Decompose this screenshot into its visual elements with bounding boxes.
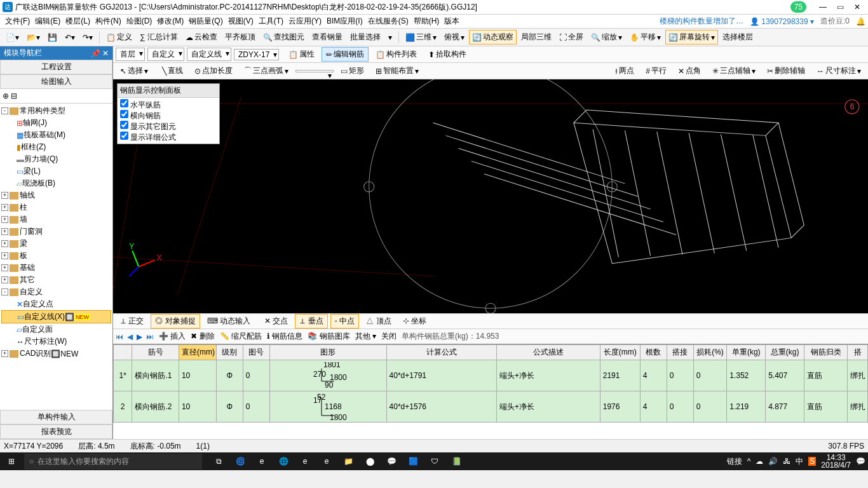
findelem-button[interactable]: 🔍 查找图元 [260, 30, 308, 44]
app-icon[interactable]: 🌀 [233, 454, 248, 469]
browser-icon[interactable]: 🌐 [276, 454, 291, 469]
menu-cloud[interactable]: 云应用(Y) [286, 15, 324, 28]
overlook-button[interactable]: 俯视 ▾ [441, 30, 468, 44]
tray-iot-icon[interactable]: ☁ [756, 457, 763, 466]
flatroof-button[interactable]: 平齐板顶 [222, 30, 259, 44]
steellib-button[interactable]: 📚 钢筋图库 [308, 331, 349, 342]
props-button[interactable]: 📋 属性 [284, 47, 319, 62]
zoom-button[interactable]: 🔍 缩放 ▾ [588, 30, 625, 44]
tree-node-custom-line[interactable]: ▭ 自定义线(X)🔲NEW [1, 310, 111, 323]
tab-project-settings[interactable]: 工程设置 [0, 60, 112, 74]
fullscreen-button[interactable]: ⛶ 全屏 [556, 30, 587, 44]
selfloor-button[interactable]: 选择楼层 [719, 30, 756, 44]
osnap-toggle[interactable]: ◎ 对象捕捉 [151, 314, 200, 329]
delaux-button[interactable]: ✂ 删除辅轴 [763, 64, 810, 78]
rebar-table[interactable]: 筋号直径(mm)级别图号图形计算公式公式描述长度(mm)根数搭接损耗(%)单重(… [113, 344, 868, 439]
ie-icon[interactable]: e [319, 454, 334, 469]
dropdown-icon[interactable]: ▾ [385, 31, 395, 44]
menu-component[interactable]: 构件(N) [93, 15, 124, 28]
apex-snap[interactable]: △ 顶点 [362, 314, 395, 329]
user-id[interactable]: 👤 13907298339 ▾ [750, 17, 814, 26]
bell-icon[interactable]: 🔔 [856, 17, 865, 26]
undo-button[interactable]: ↶▾ [62, 31, 78, 44]
zdyx-combo[interactable]: ZDYX-17 [234, 49, 279, 60]
open-button[interactable]: 📂▾ [24, 31, 43, 44]
menu-file[interactable]: 文件(F) [3, 15, 32, 28]
app3-icon[interactable]: 🟦 [405, 454, 421, 469]
excel-icon[interactable]: 📗 [449, 454, 464, 469]
tab-draw-input[interactable]: 绘图输入 [0, 74, 112, 89]
app2-icon[interactable]: 💬 [384, 454, 399, 469]
customline-combo[interactable]: 自定义线 [187, 48, 231, 61]
elemlist-button[interactable]: 📋 构件列表 [371, 47, 421, 62]
close-button-bar[interactable]: 关闭 [381, 331, 397, 342]
expand-all-icon[interactable]: ⊕ [3, 92, 9, 100]
redo-button[interactable]: ↷▾ [79, 31, 96, 44]
batchsel-button[interactable]: 批量选择 [347, 30, 384, 44]
tab-single-input[interactable]: 单构件输入 [0, 410, 112, 424]
perp-snap[interactable]: ⊥ 垂点 [295, 314, 327, 329]
task-view-icon[interactable]: ⧉ [211, 454, 226, 469]
windows-taskbar[interactable]: ⊞ ○ 在这里输入你要搜索的内容 ⧉ 🌀 e 🌐 e e 📁 ⬤ 💬 🟦 🛡 📗… [0, 452, 868, 470]
menu-help[interactable]: 帮助(H) [411, 15, 442, 28]
menu-online[interactable]: 在线服务(S) [365, 15, 411, 28]
check-transverse[interactable]: 横向钢筋 [120, 110, 217, 121]
edge-legacy-icon[interactable]: e [297, 454, 313, 469]
menu-edit[interactable]: 编辑(E) [32, 15, 63, 28]
steelinfo-button[interactable]: ℹ 钢筋信息 [267, 331, 302, 342]
arc3-button[interactable]: ⌒ 三点画弧 ▾ [240, 64, 293, 78]
coord-snap[interactable]: ⊹ 坐标 [398, 314, 431, 329]
menu-version[interactable]: 版本 [442, 15, 462, 28]
addlen-button[interactable]: ⊙ 点加长度 [190, 64, 237, 78]
link-label[interactable]: 链接 [727, 456, 742, 467]
view3d-button[interactable]: 🟦 三维 ▾ [402, 30, 440, 44]
dynview-button[interactable]: 🔄 动态观察 [469, 30, 517, 44]
insert-button[interactable]: ➕ 插入 [159, 331, 186, 342]
define-button[interactable]: 📋 定义 [103, 30, 135, 44]
tray-up-icon[interactable]: ^ [747, 457, 751, 466]
delete-button[interactable]: ✖ 删除 [191, 331, 214, 342]
custom-combo[interactable]: 自定义 [147, 48, 184, 61]
table-row[interactable]: 2横向钢筋.210Φ0 521711681800 40*d+1576端头+净长1… [114, 391, 868, 423]
dimmark-button[interactable]: ↔ 尺寸标注 ▾ [812, 64, 865, 78]
table-row[interactable]: 1*横向钢筋.110Φ0 1801270901800 40*d+1791端头+净… [114, 360, 868, 391]
tray-net-icon[interactable]: 🖧 [783, 457, 790, 466]
taskbar-search[interactable]: ○ 在这里输入你要搜索的内容 [24, 454, 202, 470]
tray-vol-icon[interactable]: 🔊 [768, 457, 778, 466]
screenrot-button[interactable]: 🔄 屏幕旋转 ▾ [665, 30, 718, 44]
ortho-toggle[interactable]: ⊥ 正交 [116, 314, 148, 329]
dyninput-toggle[interactable]: ⌨ 动态输入 [203, 314, 255, 329]
tray-ime-icon[interactable]: 中 [796, 456, 803, 467]
check-show-detail[interactable]: 显示详细公式 [120, 132, 217, 142]
menu-bim[interactable]: BIM应用(I) [324, 15, 365, 28]
security-icon[interactable]: 🛡 [427, 454, 442, 469]
tab-report-preview[interactable]: 报表预览 [0, 424, 112, 439]
save-button[interactable]: 💾 [44, 31, 60, 44]
chrome-icon[interactable]: ⬤ [362, 454, 377, 469]
notice-text[interactable]: 楼梯的构件数量增加了… [660, 16, 743, 27]
menu-floor[interactable]: 楼层(L) [63, 15, 93, 28]
3d-viewport[interactable]: X Y 6 钢筋显示控制面板 水平纵筋 横向钢筋 显示其它图元 显示详细公式 [113, 79, 868, 313]
start-button[interactable]: ⊞ [3, 452, 20, 470]
menu-rebar[interactable]: 钢筋量(Q) [186, 15, 225, 28]
pin-icon[interactable]: 📌 ✕ [91, 49, 109, 58]
nav-buttons[interactable]: ⏮◀▶⏭ [116, 332, 154, 341]
threeaux-button[interactable]: ✳ 三点辅轴 ▾ [708, 64, 760, 78]
menu-tools[interactable]: 工具(T) [256, 15, 286, 28]
menu-view[interactable]: 视图(V) [226, 15, 256, 28]
notification-icon[interactable]: 💬 [856, 457, 865, 466]
check-horizontal[interactable]: 水平纵筋 [120, 99, 217, 110]
twopoint-button[interactable]: ⫲ 两点 [611, 64, 639, 78]
menu-draw[interactable]: 绘图(D) [124, 15, 155, 28]
check-show-other[interactable]: 显示其它图元 [120, 121, 217, 132]
clock-date[interactable]: 2018/4/7 [821, 461, 851, 469]
rebar-display-panel[interactable]: 钢筋显示控制面板 水平纵筋 横向钢筋 显示其它图元 显示详细公式 [117, 83, 220, 144]
new-button[interactable]: 📄▾ [3, 31, 22, 44]
edge-icon[interactable]: e [254, 454, 269, 469]
mid-snap[interactable]: ◦ 中点 [330, 314, 360, 329]
tray-sogou-icon[interactable]: S [808, 457, 816, 466]
select-button[interactable]: ↖ 选择 ▾ [116, 64, 153, 78]
inter-snap[interactable]: ✕ 交点 [260, 314, 292, 329]
pan-button[interactable]: ✋ 平移 ▾ [627, 30, 664, 44]
other-button[interactable]: 其他 ▾ [355, 331, 376, 342]
